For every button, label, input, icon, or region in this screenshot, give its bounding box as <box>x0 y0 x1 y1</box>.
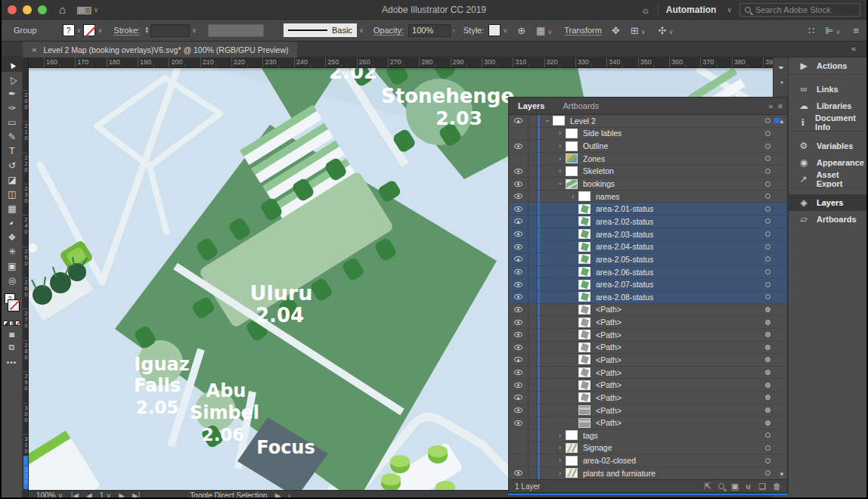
lock-toggle[interactable] <box>529 203 538 215</box>
layer-name[interactable]: area-02-closed <box>583 456 636 465</box>
layer-row-plants-and-furniature[interactable]: ›plants and furniature <box>509 467 787 479</box>
target-icon[interactable] <box>765 408 770 413</box>
visibility-toggle[interactable] <box>509 215 529 228</box>
target-icon[interactable] <box>765 256 770 262</box>
chevron-down-icon[interactable]: ∨ <box>359 27 364 34</box>
previous-artboard-button[interactable]: ◀ <box>86 491 92 497</box>
lock-toggle[interactable] <box>529 342 538 354</box>
lock-toggle[interactable] <box>529 266 538 278</box>
layer-row--path-[interactable]: <Path> <box>509 404 787 417</box>
gradient-panel-icon[interactable]: ◔ <box>773 74 789 91</box>
target-icon[interactable] <box>765 231 770 237</box>
fill-swatch[interactable]: ? <box>63 24 75 36</box>
layer-name[interactable]: <Path> <box>596 418 622 427</box>
visibility-toggle[interactable] <box>509 178 529 190</box>
expand-chevron-icon[interactable]: › <box>554 155 566 163</box>
layer-name[interactable]: area-2.04-status <box>596 242 653 251</box>
gradient-tool[interactable]: ▦ <box>2 201 23 215</box>
workspace-switcher[interactable]: Automation <box>666 5 717 15</box>
target-icon[interactable] <box>765 181 770 187</box>
lock-toggle[interactable] <box>529 153 538 165</box>
rotate-tool[interactable]: ↺ <box>2 158 23 172</box>
layer-name[interactable]: Side lables <box>583 129 622 138</box>
dock-item-variables[interactable]: ⚙Variables <box>789 138 866 154</box>
color-button[interactable] <box>3 321 8 326</box>
chevron-right-icon[interactable]: › <box>453 27 455 34</box>
transform-link[interactable]: Transform <box>564 26 602 35</box>
layer-row-area-2.08-status[interactable]: area-2.08-status <box>509 291 787 304</box>
delete-layer-icon[interactable]: 🗑 <box>773 482 781 491</box>
layer-row-skeleton[interactable]: ›Skeleton <box>509 166 787 178</box>
target-icon[interactable] <box>765 395 770 400</box>
dock-item-links[interactable]: ∞Links <box>789 81 866 98</box>
locate-object-icon[interactable] <box>718 483 724 489</box>
layer-row-area-2.04-status[interactable]: area-2.04-status <box>509 240 787 253</box>
lock-toggle[interactable] <box>529 291 538 303</box>
document-setup-globe-icon[interactable]: ⊕ <box>517 25 525 36</box>
layer-row-area-2.03-status[interactable]: area-2.03-status <box>509 228 787 241</box>
layer-name[interactable]: plants and furniature <box>583 469 656 478</box>
stroke-swatch[interactable] <box>83 24 95 36</box>
chevron-down-icon[interactable]: ∨ <box>503 27 507 34</box>
layer-name[interactable]: tags <box>583 431 598 440</box>
vertical-ruler[interactable]: 200210220230240250260270280290300310320 <box>23 68 29 497</box>
target-icon[interactable] <box>765 420 770 426</box>
constrain-proportions-icon[interactable]: ✥ <box>612 25 620 36</box>
layer-row-side-lables[interactable]: ›Side lables <box>509 128 787 141</box>
shape-builder-tool[interactable]: ◫ <box>2 187 23 201</box>
artboard-number-dropdown[interactable]: 1 ∨ <box>100 491 112 497</box>
layer-row--path-[interactable]: <Path> <box>509 316 787 329</box>
first-artboard-button[interactable]: |◀ <box>71 491 79 497</box>
eraser-tool[interactable]: ◪ <box>2 172 23 187</box>
target-icon[interactable] <box>765 294 770 299</box>
layer-name[interactable]: Outline <box>583 141 608 150</box>
layer-row-level-2[interactable]: ›Level 2 <box>509 115 787 128</box>
layer-name[interactable]: Skeleton <box>583 166 614 175</box>
lock-toggle[interactable] <box>529 392 538 404</box>
color-panel-icon[interactable]: ◒ <box>773 57 789 74</box>
adobe-stock-search[interactable]: Search Adobe Stock <box>739 3 860 17</box>
layer-name[interactable]: area-2.02-status <box>596 217 653 226</box>
style-swatch[interactable] <box>488 24 501 36</box>
draw-mode-icon[interactable]: ◙ <box>2 330 22 339</box>
target-icon[interactable] <box>765 320 770 325</box>
preferences-grid-icon[interactable]: ▦∨ <box>536 25 554 36</box>
target-icon[interactable] <box>765 219 770 224</box>
chevron-down-icon[interactable]: ∨ <box>77 27 82 34</box>
lock-toggle[interactable] <box>529 442 538 454</box>
lock-toggle[interactable] <box>529 240 538 253</box>
screen-mode-icon[interactable]: ⧉ <box>2 342 22 352</box>
panel-collapse-icon[interactable]: » <box>769 102 773 110</box>
panel-menu-icon[interactable]: ≡ <box>853 25 859 36</box>
stroke-weight-field[interactable] <box>150 24 190 37</box>
status-play-icon[interactable]: ▶ <box>275 491 281 497</box>
expand-chevron-icon[interactable]: › <box>554 444 566 451</box>
type-tool[interactable]: T <box>2 144 23 158</box>
dock-item-artboards[interactable]: ▱Artboards <box>789 211 866 228</box>
visibility-toggle[interactable] <box>509 417 529 429</box>
expand-chevron-icon[interactable]: › <box>554 167 566 175</box>
target-icon[interactable] <box>765 432 770 438</box>
layer-row--path-[interactable]: <Path> <box>509 392 787 404</box>
visibility-toggle[interactable] <box>509 442 529 454</box>
lock-toggle[interactable] <box>529 329 538 341</box>
layer-row--path-[interactable]: <Path> <box>509 342 787 355</box>
collapse-dock-icon[interactable]: « <box>851 44 856 53</box>
symbol-sprayer-tool[interactable]: ✳ <box>2 244 23 259</box>
blend-tool[interactable]: ❖ <box>2 230 23 244</box>
layer-name[interactable]: <Path> <box>596 305 622 314</box>
visibility-toggle[interactable] <box>509 191 529 203</box>
layer-row-area-2.02-status[interactable]: area-2.02-status <box>509 215 787 228</box>
lock-toggle[interactable] <box>529 140 538 152</box>
layer-name[interactable]: area-2.05-status <box>596 255 653 264</box>
layer-name[interactable]: <Path> <box>596 406 622 415</box>
visibility-toggle[interactable] <box>509 153 529 165</box>
target-icon[interactable] <box>765 445 770 451</box>
lock-toggle[interactable] <box>529 228 538 240</box>
stroke-weight-label[interactable]: Stroke: <box>113 26 140 35</box>
layer-name[interactable]: area-2.07-status <box>596 280 653 289</box>
zoom-level-dropdown[interactable]: 100% ∨ <box>36 491 64 497</box>
layer-row-zones[interactable]: ›Zones <box>509 153 787 166</box>
opacity-label[interactable]: Opacity: <box>374 26 404 35</box>
gradient-button[interactable] <box>9 321 14 326</box>
